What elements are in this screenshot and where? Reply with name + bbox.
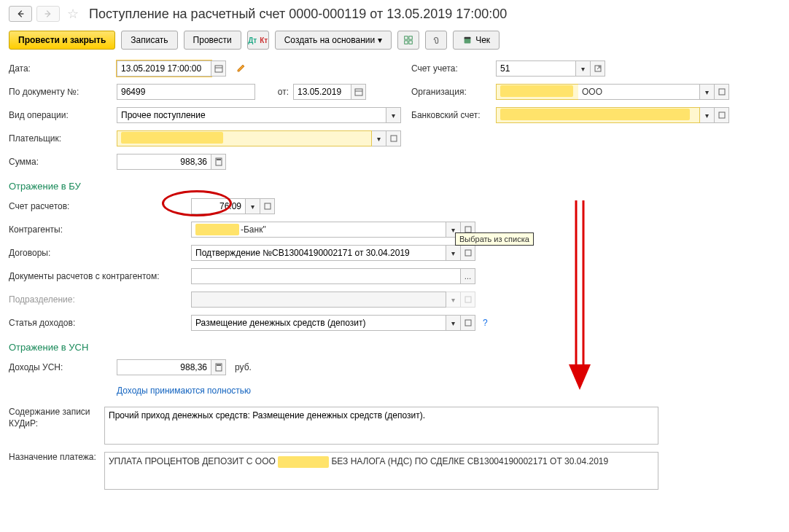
- svg-rect-6: [465, 38, 471, 43]
- open-button[interactable]: [461, 245, 475, 261]
- chevron-down-icon: ▾: [378, 35, 382, 45]
- dropdown-button[interactable]: ▾: [246, 198, 260, 214]
- dropdown-tooltip: Выбрать из списка: [455, 232, 534, 246]
- counterparty-suffix: -Банк": [241, 224, 266, 235]
- open-button[interactable]: [715, 84, 729, 100]
- pencil-icon[interactable]: [236, 63, 246, 75]
- org-suffix: ООО: [578, 84, 700, 100]
- kudir-label: Содержание записи КУДиР:: [9, 407, 100, 429]
- create-based-on-button[interactable]: Создать на основании ▾: [275, 31, 392, 50]
- svg-rect-7: [465, 37, 471, 39]
- dropdown-button[interactable]: ▾: [700, 107, 715, 123]
- svg-rect-8: [215, 66, 222, 72]
- payer-input[interactable]: [117, 130, 372, 146]
- nav-forward-button[interactable]: [36, 6, 60, 22]
- structure-button[interactable]: [397, 31, 419, 50]
- svg-rect-20: [465, 250, 471, 256]
- svg-rect-18: [265, 203, 271, 209]
- org-label: Организация:: [411, 87, 491, 97]
- account-label: Счет учета:: [411, 63, 491, 74]
- favorite-icon[interactable]: ☆: [67, 6, 79, 22]
- post-and-close-button[interactable]: Провести и закрыть: [9, 31, 115, 50]
- contract-input[interactable]: [191, 245, 446, 261]
- svg-rect-17: [217, 159, 221, 160]
- open-button[interactable]: [260, 198, 275, 214]
- censored-text: [278, 456, 329, 468]
- docs-label: Документы расчетов с контрагентом:: [9, 271, 187, 281]
- open-button: [461, 292, 475, 308]
- svg-rect-14: [719, 112, 725, 118]
- post-button[interactable]: Провести: [184, 31, 241, 50]
- calculator-icon[interactable]: [211, 359, 226, 375]
- nav-back-button[interactable]: [9, 6, 32, 22]
- calculator-icon[interactable]: [211, 154, 226, 170]
- purpose-text-before: УПЛАТА ПРОЦЕНТОВ ДЕПОЗИТ С ООО: [109, 456, 278, 466]
- svg-rect-4: [405, 41, 408, 44]
- op-type-input[interactable]: [117, 107, 386, 123]
- bu-section-title: Отражение в БУ: [9, 173, 780, 195]
- op-type-label: Вид операции:: [9, 110, 112, 120]
- open-button[interactable]: [386, 130, 401, 146]
- dtkt-button[interactable]: ДтКт: [247, 31, 269, 50]
- dropdown-button[interactable]: ▾: [700, 84, 715, 100]
- counterparty-label: Контрагенты:: [9, 224, 187, 235]
- org-input[interactable]: [496, 84, 578, 100]
- account-input[interactable]: [496, 60, 576, 77]
- receipt-button[interactable]: Чек: [453, 31, 500, 50]
- sum-input[interactable]: [117, 154, 211, 170]
- dropdown-button: ▾: [446, 292, 461, 308]
- dropdown-button[interactable]: ▾: [446, 315, 461, 331]
- page-title: Поступление на расчетный счет 0000-00011…: [89, 7, 507, 22]
- dropdown-button[interactable]: ▾: [372, 130, 386, 146]
- receipt-icon: [462, 35, 473, 45]
- acct-label: Счет расчетов:: [9, 201, 112, 211]
- svg-rect-22: [465, 320, 471, 326]
- usn-income-label: Доходы УСН:: [9, 362, 112, 372]
- svg-rect-24: [217, 364, 221, 366]
- create-based-label: Создать на основании: [284, 35, 376, 45]
- save-button[interactable]: Записать: [121, 31, 177, 50]
- open-button[interactable]: [461, 315, 475, 331]
- acct-input[interactable]: [191, 198, 246, 214]
- contract-label: Договоры:: [9, 248, 187, 258]
- doc-num-label: По документу №:: [9, 87, 112, 97]
- svg-rect-15: [391, 136, 397, 141]
- svg-rect-13: [719, 89, 725, 95]
- help-icon[interactable]: ?: [483, 318, 488, 328]
- usn-section-title: Отражение в УСН: [9, 335, 780, 356]
- open-button[interactable]: [591, 60, 605, 77]
- receipt-label: Чек: [475, 35, 490, 45]
- income-input[interactable]: [191, 315, 446, 331]
- kudir-textarea[interactable]: [104, 407, 658, 445]
- doc-date-label: от:: [267, 87, 289, 97]
- usn-link[interactable]: Доходы принимаются полностью: [117, 386, 251, 396]
- bank-account-input[interactable]: [496, 107, 700, 123]
- payer-label: Плательщик:: [9, 133, 112, 144]
- dept-input: [191, 292, 446, 308]
- counterparty-input[interactable]: -Банк": [191, 222, 446, 238]
- svg-rect-2: [405, 36, 408, 39]
- usn-income-input[interactable]: [117, 359, 211, 375]
- bank-account-label: Банковский счет:: [411, 110, 491, 120]
- dropdown-button[interactable]: ▾: [386, 107, 401, 123]
- sum-label: Сумма:: [9, 157, 112, 167]
- svg-rect-5: [409, 41, 412, 44]
- doc-num-input[interactable]: [117, 84, 255, 100]
- date-input[interactable]: [117, 60, 211, 77]
- purpose-text-after: БЕЗ НАЛОГА (НДС) ПО СДЕЛКЕ СВ13004190002…: [329, 456, 608, 466]
- doc-date-input[interactable]: [293, 84, 351, 100]
- svg-rect-21: [465, 297, 471, 302]
- open-button[interactable]: [715, 107, 729, 123]
- date-label: Дата:: [9, 63, 112, 74]
- calendar-icon[interactable]: [351, 84, 366, 100]
- purpose-textarea[interactable]: УПЛАТА ПРОЦЕНТОВ ДЕПОЗИТ С ООО БЕЗ НАЛОГ…: [104, 452, 658, 490]
- svg-rect-19: [465, 227, 471, 232]
- calendar-icon[interactable]: [211, 60, 226, 77]
- attachment-button[interactable]: [425, 31, 447, 50]
- dropdown-button[interactable]: ▾: [446, 245, 461, 261]
- svg-rect-11: [355, 89, 362, 95]
- dropdown-button[interactable]: ▾: [576, 60, 591, 77]
- docs-input[interactable]: [191, 268, 461, 284]
- more-button[interactable]: …: [461, 268, 475, 284]
- svg-rect-3: [409, 36, 412, 39]
